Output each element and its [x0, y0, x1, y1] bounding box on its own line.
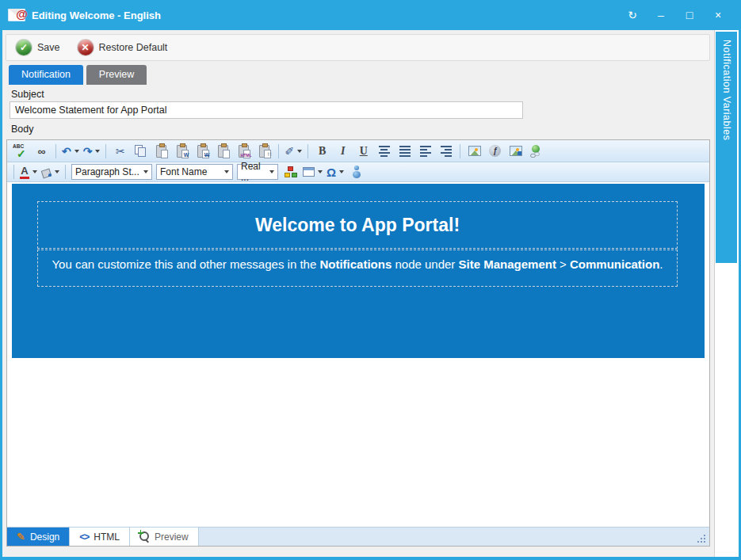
refresh-button[interactable]: ↻	[624, 6, 641, 24]
undo-button[interactable]: ↶	[60, 143, 81, 160]
image-icon	[468, 146, 481, 156]
body-label: Body	[11, 124, 34, 135]
chevron-down-icon[interactable]	[339, 170, 344, 173]
paragraph-editable-region[interactable]: You can customize this and other message…	[37, 250, 678, 287]
minimize-button[interactable]: –	[652, 6, 670, 24]
toolbar-separator	[13, 165, 14, 179]
clipboard-html-icon: HTML	[239, 145, 249, 158]
insert-table-button[interactable]	[301, 163, 324, 181]
clipboard-word-icon: W	[177, 145, 187, 158]
font-size-dropdown[interactable]: Real ...	[237, 164, 278, 180]
window-title: Editing Welcome - English	[32, 10, 624, 21]
welcome-heading: Welcome to App Portal!	[255, 215, 460, 236]
align-left-button[interactable]	[415, 143, 435, 160]
restore-default-label: Restore Default	[99, 42, 168, 53]
save-button[interactable]: ✓ Save	[16, 40, 60, 55]
paste-from-word-strip-font-button[interactable]: W	[193, 143, 212, 160]
chevron-down-icon	[143, 170, 148, 173]
subject-input[interactable]	[10, 101, 523, 119]
bold-button[interactable]: B	[312, 143, 332, 160]
spellcheck-button[interactable]: ABC ✓	[10, 143, 31, 160]
binoculars-icon: ∞	[38, 146, 46, 157]
message-blue-background[interactable]: Welcome to App Portal! You can customize…	[12, 184, 705, 358]
resize-grip[interactable]	[697, 533, 707, 543]
clipboard-icon	[156, 145, 166, 158]
preview-label: Preview	[155, 531, 189, 543]
background-color-button[interactable]	[40, 163, 61, 181]
insert-snippet-button[interactable]	[281, 163, 300, 181]
chevron-down-icon	[269, 170, 274, 173]
insert-symbol-button[interactable]: Ω	[325, 163, 346, 181]
paste-as-html-button[interactable]: HTML	[234, 143, 254, 160]
cut-button[interactable]: ✂	[110, 143, 130, 160]
welcome-paragraph: You can customize this and other message…	[52, 257, 663, 286]
spellcheck-icon: ABC ✓	[12, 143, 29, 159]
magnifier-plus-icon	[139, 531, 150, 542]
design-label: Design	[30, 531, 59, 543]
tab-notification[interactable]: Notification	[9, 65, 83, 85]
chevron-down-icon[interactable]	[95, 150, 100, 153]
redo-icon: ↷	[83, 146, 93, 157]
chevron-down-icon	[224, 170, 229, 173]
italic-icon: I	[341, 146, 345, 157]
notification-variables-tab[interactable]: Notification Variables	[716, 32, 737, 263]
tab-preview[interactable]: Preview	[86, 65, 147, 85]
telerik-ball-icon	[352, 166, 361, 178]
paste-plain-text-button[interactable]	[213, 143, 233, 160]
restore-default-button[interactable]: ✕ Restore Default	[78, 40, 168, 55]
align-right-button[interactable]	[436, 143, 456, 160]
chevron-down-icon[interactable]	[32, 170, 37, 173]
font-name-dropdown[interactable]: Font Name	[156, 164, 233, 180]
tab-bar: Notification Preview	[9, 65, 147, 85]
mode-tab-preview[interactable]: Preview	[130, 528, 199, 546]
image-edit-icon	[510, 146, 522, 156]
align-center-button[interactable]	[374, 143, 394, 160]
paste-special-button[interactable]: ∷	[254, 143, 274, 160]
justify-button[interactable]	[395, 143, 414, 160]
paragraph-style-value: Paragraph St...	[75, 166, 139, 177]
toolbar-separator	[65, 165, 66, 179]
font-name-value: Font Name	[160, 166, 207, 177]
chevron-down-icon[interactable]	[318, 170, 323, 173]
image-manager-button[interactable]	[464, 143, 484, 160]
redo-button[interactable]: ↷	[82, 143, 102, 160]
chevron-down-icon[interactable]	[74, 150, 79, 153]
underline-icon: U	[360, 146, 368, 157]
at-glyph: @	[16, 7, 28, 21]
bold-icon: B	[319, 146, 326, 157]
image-properties-button[interactable]	[506, 143, 525, 160]
find-replace-button[interactable]: ∞	[32, 143, 52, 160]
hyperlink-manager-button[interactable]	[526, 143, 546, 160]
clipboard-plain-icon	[218, 145, 228, 158]
maximize-button[interactable]: □	[681, 6, 698, 24]
chevron-down-icon[interactable]	[55, 170, 59, 173]
toolbar-separator	[307, 144, 308, 158]
pencil-icon: ✎	[17, 531, 25, 543]
paste-button[interactable]	[151, 143, 171, 160]
flash-icon: ƒ	[489, 145, 501, 157]
flash-manager-button[interactable]: ƒ	[485, 143, 505, 160]
window-controls: ↻ – □ ×	[624, 6, 727, 24]
format-stripper-button[interactable]: ✐	[283, 143, 304, 160]
scissors-icon: ✂	[116, 146, 125, 157]
close-button[interactable]: ×	[709, 6, 727, 24]
chevron-down-icon[interactable]	[297, 150, 302, 153]
side-panel-column: Notification Variables	[714, 30, 739, 557]
mode-tab-html[interactable]: <> HTML	[70, 528, 130, 546]
restore-x-icon: ✕	[78, 40, 94, 55]
save-check-icon: ✓	[16, 40, 32, 55]
font-size-value: Real ...	[241, 161, 268, 183]
paste-from-word-button[interactable]: W	[172, 143, 192, 160]
editor-canvas[interactable]: Welcome to App Portal! You can customize…	[7, 182, 709, 527]
underline-button[interactable]: U	[353, 143, 373, 160]
copy-button[interactable]	[131, 143, 151, 160]
foreground-color-button[interactable]: A	[18, 163, 39, 181]
editor-toolbar-row1: ABC ✓ ∞ ↶ ↷ ✂	[7, 140, 709, 162]
mode-tab-design[interactable]: ✎ Design	[7, 528, 70, 546]
italic-button[interactable]: I	[333, 143, 353, 160]
paragraph-style-dropdown[interactable]: Paragraph St...	[71, 164, 152, 180]
dialog-window: @ Editing Welcome - English ↻ – □ × ✓ Sa…	[0, 0, 741, 560]
heading-editable-region[interactable]: Welcome to App Portal!	[37, 201, 678, 249]
rich-text-editor: ABC ✓ ∞ ↶ ↷ ✂	[6, 139, 710, 547]
editor-about-button[interactable]	[346, 163, 366, 181]
